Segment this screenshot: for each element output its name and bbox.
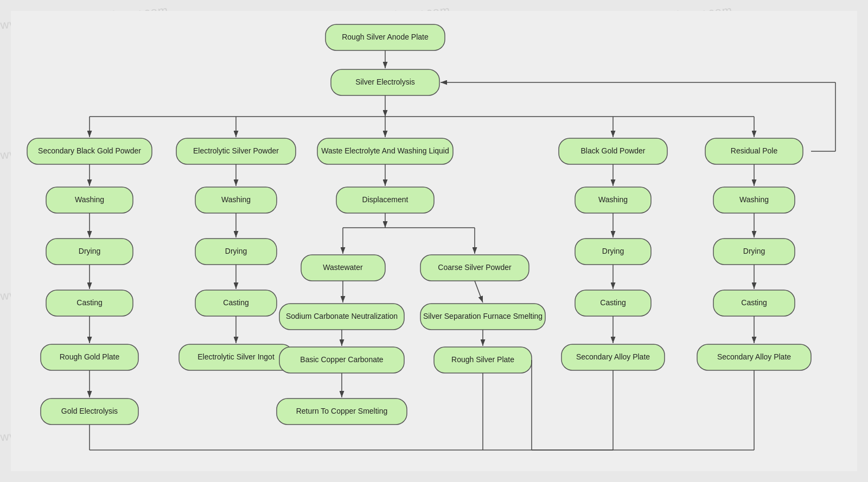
svg-text:Rough Silver Anode Plate: Rough Silver Anode Plate — [342, 33, 429, 41]
node-electrolytic-silver-powder: Electrolytic Silver Powder — [176, 138, 296, 164]
svg-text:Basic Copper Carbonate: Basic Copper Carbonate — [300, 355, 384, 364]
svg-text:Black Gold Powder: Black Gold Powder — [580, 146, 645, 155]
node-drying3: Drying — [575, 239, 651, 265]
svg-text:Secondary Black Gold Powder: Secondary Black Gold Powder — [38, 146, 141, 155]
svg-text:Displacement: Displacement — [362, 195, 409, 204]
node-secondary-black-gold-powder: Secondary Black Gold Powder — [27, 138, 152, 164]
svg-text:Washing: Washing — [739, 195, 769, 204]
node-casting4: Casting — [713, 290, 795, 316]
node-washing3: Washing — [575, 187, 651, 213]
node-rough-silver-plate: Rough Silver Plate — [434, 347, 532, 373]
svg-text:Electrolytic Silver Ingot: Electrolytic Silver Ingot — [197, 352, 275, 361]
svg-text:Casting: Casting — [741, 298, 767, 307]
node-sodium-carbonate: Sodium Carbonate Neutralization — [279, 304, 404, 330]
svg-text:Rough Gold Plate: Rough Gold Plate — [60, 352, 120, 361]
svg-text:Waste Electrolyte And Washing : Waste Electrolyte And Washing Liquid — [321, 146, 449, 155]
svg-text:Drying: Drying — [79, 247, 100, 255]
node-residual-pole: Residual Pole — [705, 138, 803, 164]
svg-text:Casting: Casting — [600, 298, 626, 307]
node-drying4: Drying — [713, 239, 795, 265]
node-return-to-copper: Return To Copper Smelting — [277, 399, 407, 425]
svg-text:Washing: Washing — [221, 195, 251, 204]
svg-text:Electrolytic Silver Powder: Electrolytic Silver Powder — [193, 146, 279, 155]
svg-text:Secondary Alloy Plate: Secondary Alloy Plate — [717, 352, 791, 361]
svg-text:Drying: Drying — [225, 247, 247, 255]
node-coarse-silver-powder: Coarse Silver Powder — [420, 255, 529, 281]
svg-text:Return To Copper Smelting: Return To Copper Smelting — [296, 407, 388, 415]
node-silver-separation: Silver Separation Furnace Smelting — [420, 304, 545, 330]
node-silver-electrolysis: Silver Electrolysis — [331, 69, 439, 95]
svg-text:Rough Silver Plate: Rough Silver Plate — [451, 355, 514, 364]
node-black-gold-powder: Black Gold Powder — [559, 138, 667, 164]
diagram-container: Rough Silver Anode Plate Silver Electrol… — [11, 11, 857, 471]
node-gold-electrolysis: Gold Electrolysis — [41, 399, 138, 425]
node-casting2: Casting — [195, 290, 277, 316]
svg-text:Gold Electrolysis: Gold Electrolysis — [61, 407, 118, 415]
node-casting3: Casting — [575, 290, 651, 316]
node-rough-gold-plate: Rough Gold Plate — [41, 344, 138, 370]
svg-text:Washing: Washing — [75, 195, 104, 204]
svg-text:Silver Electrolysis: Silver Electrolysis — [355, 78, 415, 86]
svg-text:Residual Pole: Residual Pole — [731, 146, 778, 155]
svg-text:Sodium Carbonate Neutralizatio: Sodium Carbonate Neutralization — [286, 312, 398, 320]
svg-text:Casting: Casting — [223, 298, 248, 307]
node-casting1: Casting — [46, 290, 133, 316]
node-secondary-alloy-plate1: Secondary Alloy Plate — [561, 344, 665, 370]
node-waste-electrolyte: Waste Electrolyte And Washing Liquid — [317, 138, 453, 164]
svg-text:Casting: Casting — [76, 298, 102, 307]
node-basic-copper-carbonate: Basic Copper Carbonate — [279, 347, 404, 373]
svg-text:Washing: Washing — [598, 195, 628, 204]
node-secondary-alloy-plate2: Secondary Alloy Plate — [697, 344, 811, 370]
svg-text:Coarse Silver Powder: Coarse Silver Powder — [438, 263, 512, 272]
node-electrolytic-silver-ingot: Electrolytic Silver Ingot — [179, 344, 293, 370]
svg-text:Secondary Alloy Plate: Secondary Alloy Plate — [576, 352, 650, 361]
node-rough-silver-anode-plate: Rough Silver Anode Plate — [326, 24, 445, 50]
node-washing4: Washing — [713, 187, 795, 213]
node-drying2: Drying — [195, 239, 277, 265]
node-washing1: Washing — [46, 187, 133, 213]
svg-text:Drying: Drying — [602, 247, 624, 255]
node-washing2: Washing — [195, 187, 277, 213]
node-displacement: Displacement — [336, 187, 434, 213]
node-drying1: Drying — [46, 239, 133, 265]
svg-text:Wastewater: Wastewater — [323, 263, 363, 272]
svg-text:Drying: Drying — [743, 247, 765, 255]
svg-text:Silver Separation Furnace Smel: Silver Separation Furnace Smelting — [423, 312, 542, 320]
node-wastewater: Wastewater — [301, 255, 385, 281]
